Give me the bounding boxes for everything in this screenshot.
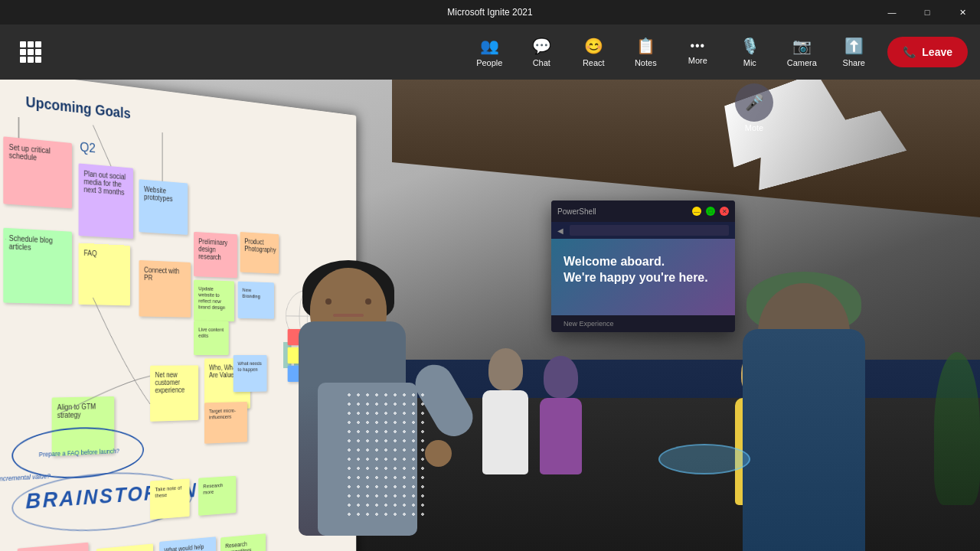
- share-label: Share: [843, 58, 865, 67]
- sticky-note: What would help our team: [159, 536, 216, 551]
- main-content: Upcoming Goals Q2 Set up critical schedu…: [0, 80, 980, 551]
- sticky-note-schedule-blog: Schedule blog articles: [3, 228, 72, 305]
- dialog-content: Welcome aboard. We're happy you're here.: [551, 239, 735, 315]
- people-icon: 👥: [480, 37, 499, 55]
- presenter-avatar: [283, 260, 436, 536]
- dialog-nav: ◀: [551, 222, 735, 239]
- avatar-shirt: [318, 383, 417, 536]
- close-button[interactable]: ✕: [945, 0, 980, 24]
- window-controls: — □ ✕: [874, 0, 980, 24]
- people-label: People: [476, 58, 502, 67]
- chat-button[interactable]: 💬 Chat: [517, 28, 566, 77]
- sticky-note: Website prototypes: [139, 179, 188, 235]
- share-icon: ⬆️: [844, 37, 864, 55]
- sticky-note-international: What are our international shipping capa…: [18, 543, 89, 551]
- chat-icon: 💬: [532, 37, 551, 55]
- dialog-close-button[interactable]: ✕: [720, 207, 729, 216]
- grid-icon: [20, 41, 41, 63]
- sticky-note-customer: Net new customer experience: [150, 365, 198, 421]
- react-label: React: [583, 58, 605, 67]
- foreground-avatar: [735, 268, 888, 551]
- avatar-glow: [658, 444, 750, 474]
- bg-avatar-2: [540, 356, 582, 474]
- sticky-note: Update website to reflect new brand desi…: [194, 280, 234, 322]
- sticky-note: Research more: [198, 476, 236, 516]
- sticky-note: Plan out social media for the next 3 mon…: [79, 163, 134, 239]
- mic-icon: 🎙️: [740, 37, 760, 55]
- toolbar: 👥 People 💬 Chat 😊 React 📋 Notes ••• More…: [0, 24, 980, 80]
- more-icon: •••: [690, 39, 705, 53]
- title-bar: Microsoft Ignite 2021 — □ ✕: [0, 0, 980, 24]
- people-button[interactable]: 👥 People: [465, 28, 514, 77]
- share-button[interactable]: ⬆️ Share: [829, 28, 878, 77]
- dialog-minimize-button[interactable]: —: [692, 207, 701, 216]
- react-icon: 😊: [584, 37, 603, 55]
- mote-label: Mote: [745, 123, 763, 132]
- toolbar-actions: 👥 People 💬 Chat 😊 React 📋 Notes ••• More…: [465, 28, 968, 77]
- react-button[interactable]: 😊 React: [569, 28, 618, 77]
- window-title: Microsoft Ignite 2021: [447, 7, 532, 18]
- dialog-footer: New Experience: [551, 315, 735, 332]
- notes-icon: 📋: [636, 37, 655, 55]
- sticky-note: We should home in on this: [96, 543, 153, 551]
- whiteboard-title: Upcoming Goals: [26, 88, 131, 123]
- dialog-welcome-text: Welcome aboard. We're happy you're here.: [564, 254, 723, 286]
- welcome-dialog: PowerShell — □ ✕ ◀ Welcome aboard. We're…: [551, 201, 735, 332]
- leave-button[interactable]: 📞 Leave: [887, 37, 968, 67]
- sticky-note: Preliminary design research: [194, 232, 237, 278]
- avatar-shirt-dots: [345, 390, 429, 520]
- whiteboard-q2: Q2: [80, 139, 96, 156]
- mote-button[interactable]: 🎤: [735, 83, 773, 122]
- sticky-note: Target micro-influencers: [204, 402, 247, 444]
- sticky-note: Take note of these: [150, 478, 189, 519]
- mote-area: 🎤 Mote: [735, 83, 773, 132]
- more-button[interactable]: ••• More: [673, 28, 722, 77]
- background-avatars: [482, 348, 582, 474]
- maximize-button[interactable]: □: [910, 0, 945, 24]
- app-grid-button[interactable]: [12, 34, 49, 70]
- mic-button[interactable]: 🎙️ Mic: [725, 28, 774, 77]
- camera-label: Camera: [787, 58, 817, 67]
- sticky-note: Product Photography: [240, 232, 279, 274]
- sticky-note: New Branding: [238, 282, 274, 319]
- minimize-button[interactable]: —: [874, 0, 910, 24]
- camera-button[interactable]: 📷 Camera: [777, 28, 826, 77]
- svg-line-9: [93, 125, 111, 166]
- camera-icon: 📷: [792, 37, 812, 55]
- sticky-note: What needs to happen: [234, 355, 267, 392]
- fg-avatar-body: [743, 329, 865, 551]
- mic-label: Mic: [743, 58, 756, 67]
- avatar-hand-right: [425, 440, 452, 467]
- dialog-maximize-button[interactable]: □: [706, 207, 715, 216]
- dialog-title: PowerShell: [557, 207, 596, 216]
- sticky-note-connect-pr: Connect with PR: [139, 260, 191, 318]
- more-label: More: [688, 56, 707, 65]
- sticky-note: Research competitors: [220, 533, 266, 551]
- leave-label: Leave: [922, 46, 952, 58]
- sticky-note-faq: FAQ: [79, 243, 130, 305]
- sticky-note: Set up critical schedule: [3, 136, 72, 208]
- bg-avatar-1: [482, 348, 528, 474]
- dialog-titlebar: PowerShell — □ ✕: [551, 201, 735, 222]
- notes-label: Notes: [635, 58, 657, 67]
- sticky-note: Live content edits: [194, 321, 229, 355]
- avatar-body: [299, 321, 406, 536]
- notes-button[interactable]: 📋 Notes: [621, 28, 670, 77]
- plant-decoration: [934, 352, 980, 505]
- dialog-controls: — □ ✕: [692, 207, 729, 216]
- incremental-value-text: Incremental value?: [0, 472, 51, 483]
- phone-icon: 📞: [903, 46, 916, 58]
- chat-label: Chat: [533, 58, 550, 67]
